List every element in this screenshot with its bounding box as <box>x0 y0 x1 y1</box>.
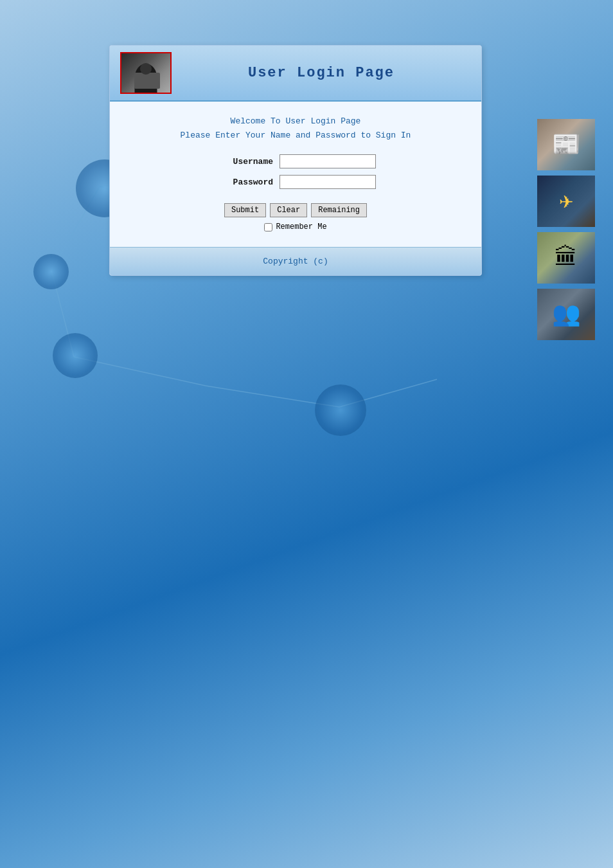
username-label: Username <box>215 157 273 167</box>
username-row: Username <box>215 154 376 168</box>
remaining-button[interactable]: Remaining <box>311 203 367 217</box>
decorative-circle-3 <box>53 333 98 378</box>
remember-me-checkbox[interactable] <box>264 223 272 231</box>
username-input[interactable] <box>280 154 376 168</box>
side-image-4 <box>537 289 595 340</box>
login-body: Welcome To User Login Page Please Enter … <box>110 102 481 247</box>
decorative-circle-4 <box>315 384 366 436</box>
welcome-line2: Please Enter Your Name and Password to S… <box>129 129 462 143</box>
welcome-text: Welcome To User Login Page Please Enter … <box>129 114 462 143</box>
side-image-2 <box>537 176 595 227</box>
password-label: Password <box>215 177 273 187</box>
footer-bar: Copyright (c) <box>110 247 481 275</box>
right-images <box>537 119 595 340</box>
copyright-text: Copyright (c) <box>263 257 328 266</box>
remember-row: Remember Me <box>264 222 326 231</box>
page-title: User Login Page <box>172 65 471 81</box>
laptop-decoration <box>134 73 160 89</box>
login-box: User Login Page Welcome To User Login Pa… <box>109 45 482 276</box>
welcome-line1: Welcome To User Login Page <box>129 114 462 129</box>
header-bar: User Login Page <box>110 46 481 102</box>
buttons-row: Submit Clear Remaining <box>224 203 367 217</box>
password-row: Password <box>215 175 376 189</box>
side-image-1 <box>537 119 595 170</box>
password-input[interactable] <box>280 175 376 189</box>
header-image <box>120 52 172 94</box>
decorative-circle-2 <box>33 254 69 289</box>
clear-button[interactable]: Clear <box>270 203 307 217</box>
submit-button[interactable]: Submit <box>224 203 266 217</box>
remember-me-label: Remember Me <box>276 222 326 231</box>
main-container: User Login Page Welcome To User Login Pa… <box>109 45 482 276</box>
side-image-3 <box>537 232 595 284</box>
form-area: Username Password Submit Clear Remaining <box>129 154 462 231</box>
